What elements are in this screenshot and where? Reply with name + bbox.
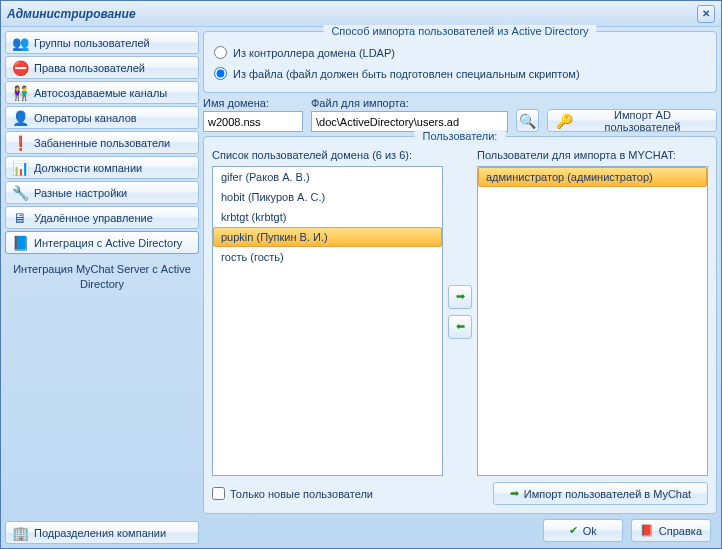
list-item[interactable]: hobit (Пикуров А. С.) (213, 187, 442, 207)
list-item[interactable]: pupkin (Пупкин В. И.) (213, 227, 442, 247)
sidebar-item-positions[interactable]: 📊Должности компании (5, 156, 199, 179)
import-users-column: Пользователи для импорта в MYCHAT: админ… (477, 147, 708, 476)
people-icon: 👫 (12, 85, 28, 101)
arrow-column: ➡ ⬅ (447, 147, 473, 476)
only-new-checkbox[interactable]: Только новые пользователи (212, 487, 485, 500)
file-label: Файл для импорта: (311, 97, 508, 109)
button-label: Ok (583, 525, 597, 537)
radio-label: Из контроллера домена (LDAP) (233, 47, 395, 59)
list-title-left: Список пользователей домена (6 из 6): (212, 147, 443, 163)
arrow-left-icon: ⬅ (456, 320, 465, 333)
ok-button[interactable]: ✔Ok (543, 519, 623, 542)
import-ad-button[interactable]: 🔑Импорт AD пользователей (547, 109, 717, 132)
book-icon: 📕 (640, 524, 654, 537)
sidebar-item-groups[interactable]: 👥Группы пользователей (5, 31, 199, 54)
radio-ldap[interactable]: Из контроллера домена (LDAP) (212, 42, 708, 63)
domain-input[interactable] (203, 111, 303, 132)
sidebar-item-label: Автосоздаваемые каналы (34, 87, 167, 99)
radio-ldap-input[interactable] (214, 46, 227, 59)
sidebar-item-label: Забаненные пользователи (34, 137, 170, 149)
group-title: Пользователи: (415, 130, 506, 142)
help-button[interactable]: 📕Справка (631, 519, 711, 542)
sidebar-item-autochannels[interactable]: 👫Автосоздаваемые каналы (5, 81, 199, 104)
fields-row: Имя домена: Файл для импорта: 🔍 🔑Импорт … (203, 97, 717, 132)
ban-icon: ⛔ (12, 60, 28, 76)
operator-icon: 👤 (12, 110, 28, 126)
domain-users-column: Список пользователей домена (6 из 6): gi… (212, 147, 443, 476)
window-title: Администрирование (7, 7, 697, 21)
sidebar-item-label: Операторы каналов (34, 112, 137, 124)
list-item[interactable]: гость (гость) (213, 247, 442, 267)
folder-search-icon: 🔍 (520, 113, 536, 129)
import-method-group: Способ импорта пользователей из Active D… (203, 31, 717, 93)
checkbox-label: Только новые пользователи (230, 488, 373, 500)
main-panel: Способ импорта пользователей из Active D… (203, 31, 717, 544)
chart-icon: 📊 (12, 160, 28, 176)
import-mychat-button[interactable]: ➡Импорт пользователей в MyChat (493, 482, 708, 505)
list-item[interactable]: администратор (администратор) (478, 167, 707, 187)
alert-icon: ❗ (12, 135, 28, 151)
browse-button[interactable]: 🔍 (516, 109, 539, 132)
sidebar-item-label: Должности компании (34, 162, 142, 174)
sidebar-item-ad[interactable]: 📘Интеграция с Active Directory (5, 231, 199, 254)
users-group: Пользователи: Список пользователей домен… (203, 136, 717, 514)
arrow-right-icon: ➡ (456, 290, 465, 303)
move-right-button[interactable]: ➡ (448, 285, 472, 309)
users-icon: 👥 (12, 35, 28, 51)
sidebar-item-label: Разные настройки (34, 187, 127, 199)
list-title-right: Пользователи для импорта в MYCHAT: (477, 147, 708, 163)
import-users-list[interactable]: администратор (администратор) (477, 166, 708, 476)
sidebar-item-rights[interactable]: ⛔Права пользователей (5, 56, 199, 79)
book-icon: 📘 (12, 235, 28, 251)
radio-file-input[interactable] (214, 67, 227, 80)
list-item[interactable]: krbtgt (krbtgt) (213, 207, 442, 227)
sidebar-item-departments[interactable]: 🏢Подразделения компании (5, 521, 199, 544)
sidebar-item-misc[interactable]: 🔧Разные настройки (5, 181, 199, 204)
file-input[interactable] (311, 111, 508, 132)
sidebar-item-label: Группы пользователей (34, 37, 150, 49)
domain-label: Имя домена: (203, 97, 303, 109)
only-new-input[interactable] (212, 487, 225, 500)
titlebar: Администрирование ✕ (1, 1, 721, 27)
footer-buttons: ✔Ok 📕Справка (543, 519, 711, 542)
check-icon: ✔ (569, 524, 578, 537)
arrow-right-icon: ➡ (510, 487, 519, 500)
building-icon: 🏢 (12, 525, 28, 541)
radio-label: Из файла (файл должен быть подготовлен с… (233, 68, 580, 80)
key-icon: 🔑 (556, 113, 572, 129)
group-title: Способ импорта пользователей из Active D… (323, 25, 596, 37)
sidebar-item-label: Подразделения компании (34, 527, 166, 539)
radio-file[interactable]: Из файла (файл должен быть подготовлен с… (212, 63, 708, 84)
sidebar-item-banned[interactable]: ❗Забаненные пользователи (5, 131, 199, 154)
admin-window: Администрирование ✕ 👥Группы пользователе… (0, 0, 722, 549)
sidebar: 👥Группы пользователей ⛔Права пользовател… (5, 31, 199, 544)
sidebar-item-label: Права пользователей (34, 62, 145, 74)
sidebar-item-remote[interactable]: 🖥Удалённое управление (5, 206, 199, 229)
wrench-icon: 🔧 (12, 185, 28, 201)
sidebar-item-label: Удалённое управление (34, 212, 153, 224)
list-item[interactable]: gifer (Раков А. В.) (213, 167, 442, 187)
sidebar-item-operators[interactable]: 👤Операторы каналов (5, 106, 199, 129)
monitor-icon: 🖥 (12, 210, 28, 226)
button-label: Справка (659, 525, 702, 537)
domain-users-list[interactable]: gifer (Раков А. В.)hobit (Пикуров А. С.)… (212, 166, 443, 476)
sidebar-item-label: Интеграция с Active Directory (34, 237, 182, 249)
button-label: Импорт пользователей в MyChat (524, 488, 691, 500)
close-button[interactable]: ✕ (697, 5, 715, 23)
button-label: Импорт AD пользователей (577, 109, 708, 133)
sidebar-description: Интеграция MyChat Server с Active Direct… (5, 256, 199, 299)
move-left-button[interactable]: ⬅ (448, 315, 472, 339)
